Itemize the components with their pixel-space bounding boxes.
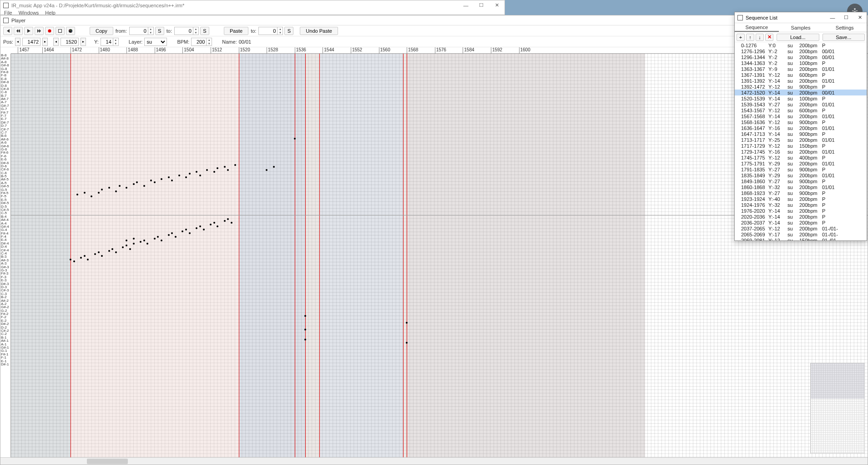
seq-load-button[interactable]: Load... (777, 34, 819, 41)
sequence-row[interactable]: 1976-2020Y:-14su200bpmP (735, 208, 867, 214)
sequence-row[interactable]: 1567-1568Y:-14su200bpm01/01 (735, 113, 867, 119)
note-dot[interactable] (126, 187, 127, 189)
pitch-row-label[interactable]: G#-4 (0, 225, 10, 228)
note-dot[interactable] (196, 227, 197, 229)
pitch-row-label[interactable]: B-7 (0, 94, 10, 97)
sequence-region[interactable] (403, 54, 407, 457)
pitch-row-label[interactable]: F-4 (0, 235, 10, 238)
sequence-row[interactable]: 1868-1923Y:-27su900bpmP (735, 190, 867, 196)
seq-add-button[interactable]: + (737, 34, 745, 41)
ruler-tick[interactable]: 1528 (267, 47, 278, 54)
sequence-row[interactable]: 1391-1392Y:-14su200bpm01/01 (735, 78, 867, 84)
pitch-row-label[interactable]: A#-5 (0, 178, 10, 181)
pitch-row-label[interactable]: D#-1 (0, 363, 10, 366)
pitch-row-label[interactable]: F-3 (0, 275, 10, 279)
pitch-row-label[interactable]: E-1 (0, 360, 10, 363)
note-dot[interactable] (154, 181, 156, 183)
sequence-region[interactable] (319, 54, 404, 457)
pitch-row-label[interactable]: F-1 (0, 356, 10, 359)
pitch-row-label[interactable]: D#-3 (0, 282, 10, 285)
sequence-region[interactable] (239, 54, 305, 457)
sequence-row[interactable]: 2065-2069Y:-17su200bpm01-/01- (735, 231, 867, 237)
ruler-tick[interactable]: 1512 (211, 47, 222, 54)
skip-back-button[interactable] (3, 27, 12, 35)
sequence-row[interactable]: 1860-1868Y:-32su200bpm01/01 (735, 184, 867, 190)
sequence-row[interactable]: 1923-1924Y:-40su200bpmP (735, 196, 867, 202)
note-dot[interactable] (168, 234, 170, 236)
sequence-region[interactable] (11, 54, 71, 457)
pitch-row-label[interactable]: A#-3 (0, 259, 10, 262)
paste-to-spinner[interactable]: ▲▼ (258, 27, 283, 35)
pitch-row-label[interactable]: C#-5 (0, 208, 10, 211)
pitch-row-label[interactable]: C#-6 (0, 168, 10, 171)
pitch-row-label[interactable]: G-4 (0, 228, 10, 231)
minimize-button[interactable]: — (458, 1, 474, 10)
pitch-row-label[interactable]: F#-5 (0, 191, 10, 195)
seq-minimize-button[interactable]: — (826, 13, 839, 23)
pitch-row-label[interactable]: F-8 (0, 74, 10, 77)
pitch-row-label[interactable]: D-5 (0, 205, 10, 208)
paste-to-snap-button[interactable]: S (284, 27, 293, 35)
pitch-row-label[interactable]: A#-2 (0, 299, 10, 302)
note-dot[interactable] (115, 190, 117, 192)
note-dot[interactable] (129, 248, 131, 250)
note-dot[interactable] (304, 339, 306, 340)
horizontal-scrollbar[interactable] (0, 457, 868, 465)
pitch-row-label[interactable]: C#-3 (0, 289, 10, 292)
pitch-row-label[interactable]: F#-6 (0, 151, 10, 154)
pitch-row-label[interactable]: A-2 (0, 302, 10, 305)
pitch-row-label[interactable]: B-5 (0, 175, 10, 178)
pitch-row-label[interactable]: G-7 (0, 107, 10, 110)
pitch-row-label[interactable]: G-1 (0, 349, 10, 352)
sequence-row[interactable]: 1543-1567Y:-12su600bpmP (735, 107, 867, 113)
sequence-row[interactable]: 1472-1520Y:-14su200bpm00/01 (735, 90, 867, 95)
note-dot[interactable] (273, 166, 275, 168)
pitch-row-label[interactable]: F#-3 (0, 272, 10, 275)
note-dot[interactable] (175, 236, 177, 238)
pitch-row-label[interactable]: D#-4 (0, 242, 10, 245)
pitch-row-label[interactable]: E-7 (0, 117, 10, 120)
pitch-row-label[interactable]: A#-7 (0, 97, 10, 100)
pitch-row-label[interactable]: C#-8 (0, 87, 10, 90)
pitch-row-label[interactable]: E-8 (0, 77, 10, 80)
note-dot[interactable] (70, 259, 71, 260)
pitch-row-label[interactable]: G#-6 (0, 145, 10, 148)
sequence-row[interactable]: 0-1276Y:0su200bpmP (735, 42, 867, 48)
pitch-row-label[interactable]: G#-7 (0, 104, 10, 107)
pitch-row-label[interactable]: D-6 (0, 165, 10, 168)
ruler-tick[interactable]: 1504 (182, 47, 194, 54)
pitch-row-label[interactable]: G-2 (0, 309, 10, 312)
pitch-row-label[interactable]: C-5 (0, 211, 10, 215)
pitch-row-label[interactable]: F-7 (0, 114, 10, 117)
pitch-row-label[interactable]: D-3 (0, 285, 10, 289)
note-dot[interactable] (133, 238, 135, 240)
note-dot[interactable] (133, 183, 135, 185)
pitch-row-label[interactable]: A-7 (0, 100, 10, 104)
pitch-row-label[interactable]: G#-8 (0, 64, 10, 67)
pitch-row-label[interactable]: A-8 (0, 60, 10, 64)
scrollbar-thumb[interactable] (87, 459, 128, 464)
pitch-row-label[interactable]: G-8 (0, 67, 10, 70)
ruler-tick[interactable]: 1560 (379, 47, 390, 54)
main-titlebar[interactable]: IR_music App v24a - D:/Projekte/Kurt/irm… (0, 0, 505, 10)
pitch-row-label[interactable]: C-4 (0, 252, 10, 255)
ruler-tick[interactable]: 1576 (435, 47, 446, 54)
pitch-row-label[interactable]: G#-1 (0, 346, 10, 349)
sequence-row[interactable]: 1367-1391Y:-12su600bpmP (735, 72, 867, 78)
pitch-row-label[interactable]: C#-7 (0, 128, 10, 131)
ruler-tick[interactable]: 1520 (239, 47, 250, 54)
ruler-tick[interactable]: 1544 (323, 47, 334, 54)
ruler-tick[interactable]: 1552 (351, 47, 362, 54)
note-dot[interactable] (108, 187, 110, 189)
sequence-row[interactable]: 1296-1344Y:-2su200bpm00/01 (735, 54, 867, 60)
note-dot[interactable] (161, 240, 162, 241)
pitch-row-label[interactable]: E-6 (0, 158, 10, 161)
sequence-row[interactable]: 1791-1835Y:-27su900bpmP (735, 166, 867, 172)
note-dot[interactable] (143, 185, 145, 187)
pitch-row-label[interactable]: B-4 (0, 215, 10, 218)
ruler-tick[interactable]: 1568 (407, 47, 418, 54)
pos-start-prev-button[interactable]: ◂ (15, 38, 20, 46)
sequence-row[interactable]: 1924-1976Y:-32su200bpmP (735, 202, 867, 208)
pitch-row-label[interactable]: D#-2 (0, 322, 10, 325)
pos-end-next-button[interactable]: ▸ (81, 38, 86, 46)
